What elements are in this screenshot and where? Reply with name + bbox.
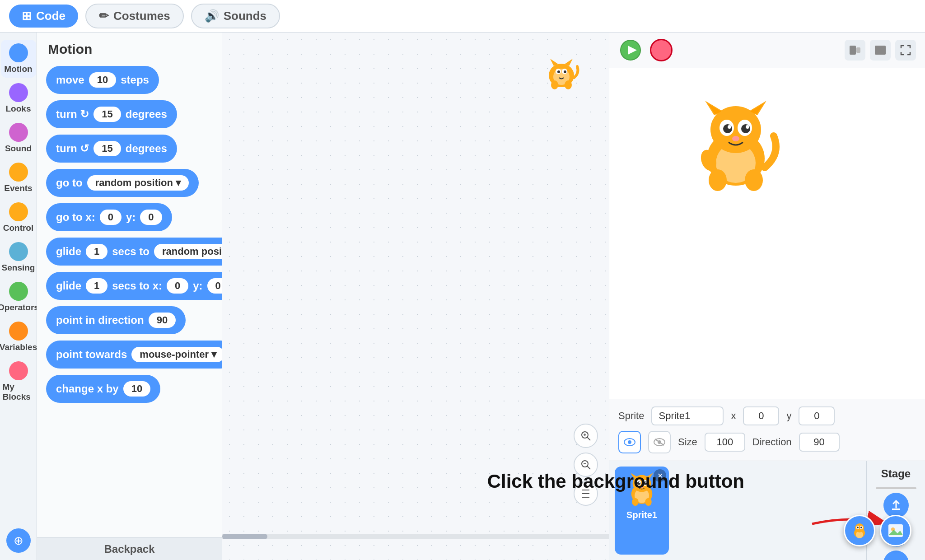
horizontal-scrollbar[interactable]: [222, 534, 609, 539]
stage-tab-label: Stage: [881, 467, 911, 480]
block-glide-xy-x[interactable]: 0: [167, 278, 188, 294]
sidebar-label-operators: Operators: [0, 303, 39, 313]
svg-point-4: [557, 70, 560, 73]
svg-point-8: [551, 80, 558, 89]
block-towards-text: point towards: [56, 348, 127, 361]
block-turn-cw[interactable]: turn ↻ 15 degrees: [46, 100, 177, 128]
block-move[interactable]: move 10 steps: [46, 66, 159, 94]
block-goto-y[interactable]: 0: [140, 210, 162, 225]
x-input[interactable]: [743, 406, 779, 425]
costumes-tab-label: Costumes: [113, 9, 170, 23]
y-input[interactable]: [799, 406, 835, 425]
stage-controls-bar: [609, 33, 925, 68]
sidebar-item-variables[interactable]: Variables: [1, 318, 36, 356]
green-flag-button[interactable]: [618, 38, 643, 62]
sidebar-bottom: ⊕: [0, 528, 37, 560]
sprite-list: ✕: [609, 461, 866, 560]
block-change-x-value[interactable]: 10: [123, 381, 150, 397]
block-turn-cw-text: turn ↻: [56, 108, 89, 121]
block-towards-dropdown[interactable]: mouse-pointer ▾: [131, 347, 222, 362]
block-glide-xy[interactable]: glide 1 secs to x: 0 y: 0: [46, 272, 222, 300]
show-button[interactable]: [618, 431, 641, 453]
sprite-card-sprite1[interactable]: ✕: [615, 467, 669, 555]
sprite-thumbnail-small: [541, 51, 582, 91]
svg-point-74: [857, 527, 859, 528]
direction-input[interactable]: [799, 433, 840, 452]
costumes-tab[interactable]: ✏ Costumes: [85, 4, 184, 28]
svg-rect-24: [875, 46, 886, 55]
add-sprite-button[interactable]: [844, 515, 875, 546]
block-goto-xy-y: y:: [126, 211, 135, 224]
fit-button[interactable]: [574, 481, 598, 506]
hide-button[interactable]: [648, 431, 671, 453]
upload-sprite-button[interactable]: [883, 493, 909, 518]
block-move-value[interactable]: 10: [89, 72, 116, 88]
block-glide-secs[interactable]: 1: [86, 244, 107, 259]
sidebar-item-control[interactable]: Control: [1, 199, 36, 237]
block-glide-xy-secs[interactable]: 1: [86, 278, 107, 294]
svg-point-60: [645, 498, 652, 506]
svg-point-34: [723, 124, 732, 133]
paint-button[interactable]: [883, 551, 909, 560]
large-stage-button[interactable]: [870, 40, 891, 61]
zoom-in-button[interactable]: [574, 424, 598, 448]
block-goto-random[interactable]: go to random position ▾: [46, 169, 199, 197]
sidebar-item-myblocks[interactable]: My Blocks: [1, 358, 36, 406]
sidebar-item-sensing[interactable]: Sensing: [1, 238, 36, 276]
block-move-text: move: [56, 74, 84, 86]
block-goto-x[interactable]: 0: [100, 210, 121, 225]
block-goto-xy[interactable]: go to x: 0 y: 0: [46, 203, 172, 231]
sidebar-item-motion[interactable]: Motion: [1, 40, 36, 78]
svg-point-57: [645, 482, 647, 483]
block-turn-cw-suffix: degrees: [126, 108, 167, 121]
sidebar-label-control: Control: [3, 223, 34, 233]
sprite-delete-button[interactable]: ✕: [654, 469, 666, 482]
size-label: Size: [678, 436, 697, 448]
block-move-suffix: steps: [121, 74, 149, 86]
block-towards[interactable]: point towards mouse-pointer ▾: [46, 341, 222, 369]
block-turn-ccw[interactable]: turn ↺ 15 degrees: [46, 135, 177, 163]
main-layout: Motion Looks Sound Events Control Sensin…: [0, 33, 925, 560]
block-glide-xy-y[interactable]: 0: [207, 278, 222, 294]
svg-point-5: [564, 70, 566, 73]
sounds-icon: 🔊: [205, 9, 219, 23]
block-goto-dropdown[interactable]: random position ▾: [87, 175, 189, 191]
sidebar-item-looks[interactable]: Looks: [1, 79, 36, 117]
block-turn-cw-value[interactable]: 15: [93, 107, 121, 122]
sounds-tab[interactable]: 🔊 Sounds: [191, 4, 280, 28]
add-backdrop-button[interactable]: [880, 515, 911, 546]
svg-point-37: [746, 125, 749, 129]
svg-line-46: [655, 439, 664, 445]
stop-button[interactable]: [650, 39, 673, 61]
block-glide-random[interactable]: glide 1 secs to random position ▾: [46, 238, 222, 266]
sprite-name-input[interactable]: [651, 406, 724, 425]
code-tab[interactable]: ⊞ Code: [9, 5, 78, 28]
fullscreen-button[interactable]: [895, 40, 916, 61]
size-input[interactable]: [705, 433, 745, 452]
add-extension-button[interactable]: ⊕: [6, 528, 31, 553]
control-dot: [9, 202, 28, 221]
svg-line-15: [587, 466, 590, 469]
stage-backdrop-thumbnail: [876, 487, 916, 489]
block-glide-dropdown[interactable]: random position ▾: [154, 244, 222, 259]
sidebar-item-sound[interactable]: Sound: [1, 119, 36, 157]
block-turn-ccw-value[interactable]: 15: [93, 141, 121, 156]
svg-point-58: [640, 486, 643, 488]
svg-point-55: [644, 481, 647, 485]
sidebar-item-operators[interactable]: Operators: [1, 278, 36, 316]
motion-dot: [9, 43, 28, 62]
block-direction-text: point in direction: [56, 314, 144, 327]
block-direction[interactable]: point in direction 90: [46, 306, 186, 334]
stage-canvas: [609, 68, 925, 399]
svg-point-71: [855, 523, 864, 532]
sidebar-item-events[interactable]: Events: [1, 159, 36, 197]
script-area[interactable]: [222, 33, 609, 560]
zoom-out-button[interactable]: [574, 453, 598, 477]
sidebar-label-motion: Motion: [4, 64, 32, 74]
block-direction-value[interactable]: 90: [149, 313, 176, 328]
block-change-x[interactable]: change x by 10: [46, 375, 160, 403]
add-backdrop-button-container: [880, 515, 911, 546]
block-glide-mid: secs to: [112, 245, 149, 258]
code-tab-label: Code: [36, 9, 65, 23]
small-stage-button[interactable]: [845, 40, 865, 61]
